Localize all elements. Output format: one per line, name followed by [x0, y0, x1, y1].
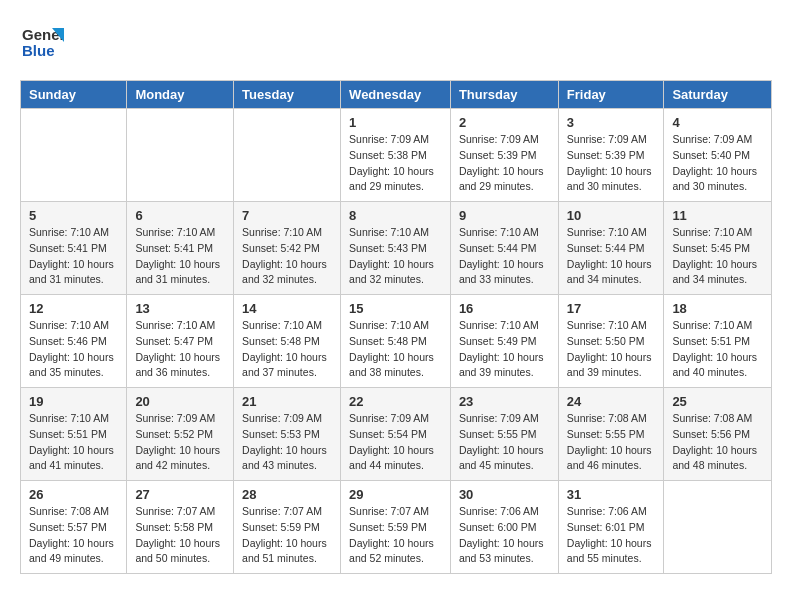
- day-info: Sunrise: 7:08 AM Sunset: 5:55 PM Dayligh…: [567, 411, 656, 474]
- weekday-header-sunday: Sunday: [21, 81, 127, 109]
- day-cell: [127, 109, 234, 202]
- week-row-5: 26Sunrise: 7:08 AM Sunset: 5:57 PM Dayli…: [21, 481, 772, 574]
- day-info: Sunrise: 7:10 AM Sunset: 5:51 PM Dayligh…: [672, 318, 763, 381]
- day-info: Sunrise: 7:09 AM Sunset: 5:55 PM Dayligh…: [459, 411, 550, 474]
- day-number: 1: [349, 115, 442, 130]
- day-info: Sunrise: 7:09 AM Sunset: 5:52 PM Dayligh…: [135, 411, 225, 474]
- day-cell: 20Sunrise: 7:09 AM Sunset: 5:52 PM Dayli…: [127, 388, 234, 481]
- day-number: 12: [29, 301, 118, 316]
- day-cell: 30Sunrise: 7:06 AM Sunset: 6:00 PM Dayli…: [450, 481, 558, 574]
- day-cell: [664, 481, 772, 574]
- day-cell: 16Sunrise: 7:10 AM Sunset: 5:49 PM Dayli…: [450, 295, 558, 388]
- day-info: Sunrise: 7:09 AM Sunset: 5:38 PM Dayligh…: [349, 132, 442, 195]
- day-cell: 21Sunrise: 7:09 AM Sunset: 5:53 PM Dayli…: [234, 388, 341, 481]
- day-number: 17: [567, 301, 656, 316]
- day-cell: 17Sunrise: 7:10 AM Sunset: 5:50 PM Dayli…: [558, 295, 664, 388]
- day-cell: 7Sunrise: 7:10 AM Sunset: 5:42 PM Daylig…: [234, 202, 341, 295]
- day-number: 28: [242, 487, 332, 502]
- day-cell: 31Sunrise: 7:06 AM Sunset: 6:01 PM Dayli…: [558, 481, 664, 574]
- day-number: 16: [459, 301, 550, 316]
- weekday-header-friday: Friday: [558, 81, 664, 109]
- day-number: 30: [459, 487, 550, 502]
- day-cell: 22Sunrise: 7:09 AM Sunset: 5:54 PM Dayli…: [341, 388, 451, 481]
- day-cell: 9Sunrise: 7:10 AM Sunset: 5:44 PM Daylig…: [450, 202, 558, 295]
- day-number: 22: [349, 394, 442, 409]
- calendar-table: SundayMondayTuesdayWednesdayThursdayFrid…: [20, 80, 772, 574]
- day-info: Sunrise: 7:09 AM Sunset: 5:53 PM Dayligh…: [242, 411, 332, 474]
- day-info: Sunrise: 7:10 AM Sunset: 5:50 PM Dayligh…: [567, 318, 656, 381]
- day-cell: 12Sunrise: 7:10 AM Sunset: 5:46 PM Dayli…: [21, 295, 127, 388]
- day-info: Sunrise: 7:09 AM Sunset: 5:39 PM Dayligh…: [567, 132, 656, 195]
- day-cell: [21, 109, 127, 202]
- day-info: Sunrise: 7:10 AM Sunset: 5:41 PM Dayligh…: [135, 225, 225, 288]
- week-row-3: 12Sunrise: 7:10 AM Sunset: 5:46 PM Dayli…: [21, 295, 772, 388]
- day-info: Sunrise: 7:09 AM Sunset: 5:54 PM Dayligh…: [349, 411, 442, 474]
- day-number: 5: [29, 208, 118, 223]
- day-number: 6: [135, 208, 225, 223]
- day-info: Sunrise: 7:09 AM Sunset: 5:39 PM Dayligh…: [459, 132, 550, 195]
- day-info: Sunrise: 7:10 AM Sunset: 5:46 PM Dayligh…: [29, 318, 118, 381]
- day-cell: 25Sunrise: 7:08 AM Sunset: 5:56 PM Dayli…: [664, 388, 772, 481]
- day-number: 7: [242, 208, 332, 223]
- day-info: Sunrise: 7:10 AM Sunset: 5:48 PM Dayligh…: [242, 318, 332, 381]
- weekday-header-tuesday: Tuesday: [234, 81, 341, 109]
- week-row-1: 1Sunrise: 7:09 AM Sunset: 5:38 PM Daylig…: [21, 109, 772, 202]
- day-number: 20: [135, 394, 225, 409]
- day-info: Sunrise: 7:07 AM Sunset: 5:58 PM Dayligh…: [135, 504, 225, 567]
- weekday-header-saturday: Saturday: [664, 81, 772, 109]
- day-info: Sunrise: 7:06 AM Sunset: 6:00 PM Dayligh…: [459, 504, 550, 567]
- day-number: 14: [242, 301, 332, 316]
- day-info: Sunrise: 7:06 AM Sunset: 6:01 PM Dayligh…: [567, 504, 656, 567]
- day-info: Sunrise: 7:10 AM Sunset: 5:47 PM Dayligh…: [135, 318, 225, 381]
- day-info: Sunrise: 7:07 AM Sunset: 5:59 PM Dayligh…: [349, 504, 442, 567]
- day-cell: 11Sunrise: 7:10 AM Sunset: 5:45 PM Dayli…: [664, 202, 772, 295]
- day-info: Sunrise: 7:08 AM Sunset: 5:57 PM Dayligh…: [29, 504, 118, 567]
- page-header: General Blue: [20, 20, 772, 64]
- day-cell: 4Sunrise: 7:09 AM Sunset: 5:40 PM Daylig…: [664, 109, 772, 202]
- day-cell: 19Sunrise: 7:10 AM Sunset: 5:51 PM Dayli…: [21, 388, 127, 481]
- day-cell: 29Sunrise: 7:07 AM Sunset: 5:59 PM Dayli…: [341, 481, 451, 574]
- day-number: 8: [349, 208, 442, 223]
- logo: General Blue: [20, 20, 64, 64]
- day-cell: 2Sunrise: 7:09 AM Sunset: 5:39 PM Daylig…: [450, 109, 558, 202]
- day-info: Sunrise: 7:10 AM Sunset: 5:48 PM Dayligh…: [349, 318, 442, 381]
- day-number: 18: [672, 301, 763, 316]
- day-info: Sunrise: 7:10 AM Sunset: 5:44 PM Dayligh…: [459, 225, 550, 288]
- day-cell: 3Sunrise: 7:09 AM Sunset: 5:39 PM Daylig…: [558, 109, 664, 202]
- day-info: Sunrise: 7:10 AM Sunset: 5:42 PM Dayligh…: [242, 225, 332, 288]
- day-number: 10: [567, 208, 656, 223]
- day-cell: 13Sunrise: 7:10 AM Sunset: 5:47 PM Dayli…: [127, 295, 234, 388]
- day-number: 26: [29, 487, 118, 502]
- day-number: 3: [567, 115, 656, 130]
- weekday-header-monday: Monday: [127, 81, 234, 109]
- day-number: 24: [567, 394, 656, 409]
- day-number: 27: [135, 487, 225, 502]
- weekday-header-row: SundayMondayTuesdayWednesdayThursdayFrid…: [21, 81, 772, 109]
- week-row-4: 19Sunrise: 7:10 AM Sunset: 5:51 PM Dayli…: [21, 388, 772, 481]
- day-cell: 18Sunrise: 7:10 AM Sunset: 5:51 PM Dayli…: [664, 295, 772, 388]
- day-cell: [234, 109, 341, 202]
- day-info: Sunrise: 7:10 AM Sunset: 5:43 PM Dayligh…: [349, 225, 442, 288]
- day-number: 2: [459, 115, 550, 130]
- day-cell: 27Sunrise: 7:07 AM Sunset: 5:58 PM Dayli…: [127, 481, 234, 574]
- day-info: Sunrise: 7:10 AM Sunset: 5:45 PM Dayligh…: [672, 225, 763, 288]
- day-cell: 1Sunrise: 7:09 AM Sunset: 5:38 PM Daylig…: [341, 109, 451, 202]
- day-cell: 10Sunrise: 7:10 AM Sunset: 5:44 PM Dayli…: [558, 202, 664, 295]
- day-info: Sunrise: 7:08 AM Sunset: 5:56 PM Dayligh…: [672, 411, 763, 474]
- logo-icon: General Blue: [20, 20, 64, 64]
- day-info: Sunrise: 7:09 AM Sunset: 5:40 PM Dayligh…: [672, 132, 763, 195]
- day-info: Sunrise: 7:07 AM Sunset: 5:59 PM Dayligh…: [242, 504, 332, 567]
- weekday-header-wednesday: Wednesday: [341, 81, 451, 109]
- day-number: 13: [135, 301, 225, 316]
- day-cell: 23Sunrise: 7:09 AM Sunset: 5:55 PM Dayli…: [450, 388, 558, 481]
- day-cell: 24Sunrise: 7:08 AM Sunset: 5:55 PM Dayli…: [558, 388, 664, 481]
- day-cell: 28Sunrise: 7:07 AM Sunset: 5:59 PM Dayli…: [234, 481, 341, 574]
- day-number: 15: [349, 301, 442, 316]
- day-info: Sunrise: 7:10 AM Sunset: 5:51 PM Dayligh…: [29, 411, 118, 474]
- day-cell: 5Sunrise: 7:10 AM Sunset: 5:41 PM Daylig…: [21, 202, 127, 295]
- day-number: 29: [349, 487, 442, 502]
- svg-text:Blue: Blue: [22, 42, 55, 59]
- day-cell: 8Sunrise: 7:10 AM Sunset: 5:43 PM Daylig…: [341, 202, 451, 295]
- day-number: 9: [459, 208, 550, 223]
- day-info: Sunrise: 7:10 AM Sunset: 5:41 PM Dayligh…: [29, 225, 118, 288]
